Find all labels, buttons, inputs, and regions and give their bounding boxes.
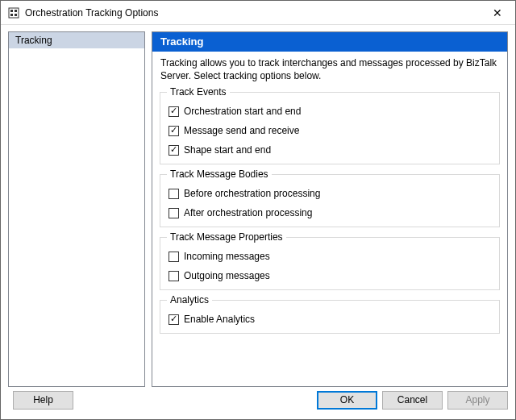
group-legend: Analytics: [167, 294, 212, 306]
button-label: Help: [33, 394, 53, 405]
checkbox-outgoing-messages[interactable]: Outgoing messages: [169, 270, 491, 281]
checkbox-label: Before orchestration processing: [184, 188, 320, 199]
svg-rect-1: [10, 10, 13, 12]
nav-item-label: Tracking: [15, 35, 52, 46]
content-panel: Tracking Tracking allows you to track in…: [152, 31, 508, 387]
svg-rect-3: [10, 14, 13, 16]
group-track-message-bodies: Track Message Bodies Before orchestratio…: [160, 174, 500, 227]
checkbox-label: After orchestration processing: [184, 207, 312, 218]
svg-rect-0: [9, 8, 19, 18]
content-header: Tracking: [152, 32, 507, 52]
checkbox-label: Outgoing messages: [184, 270, 270, 281]
checkbox-icon: [169, 252, 179, 262]
checkbox-before-orch-processing[interactable]: Before orchestration processing: [169, 188, 491, 199]
svg-rect-2: [15, 10, 17, 12]
close-icon: ✕: [493, 6, 502, 19]
button-label: Cancel: [397, 394, 427, 405]
checkbox-label: Orchestration start and end: [184, 106, 301, 117]
checkbox-icon: [169, 208, 179, 218]
group-track-message-properties: Track Message Properties Incoming messag…: [160, 237, 500, 290]
checkbox-label: Message send and receive: [184, 125, 299, 136]
dialog-body: Tracking Tracking Tracking allows you to…: [1, 25, 515, 387]
titlebar: Orchestration Tracking Options ✕: [1, 1, 515, 25]
group-analytics: Analytics Enable Analytics: [160, 300, 500, 334]
svg-rect-4: [15, 14, 17, 16]
app-icon: [7, 6, 20, 19]
checkbox-orchestration-start-end[interactable]: Orchestration start and end: [169, 106, 491, 117]
button-label: Apply: [465, 394, 489, 405]
ok-button[interactable]: OK: [317, 391, 377, 410]
window-title: Orchestration Tracking Options: [25, 7, 479, 19]
group-legend: Track Message Bodies: [167, 168, 272, 180]
close-button[interactable]: ✕: [479, 1, 515, 25]
apply-button[interactable]: Apply: [447, 391, 508, 410]
nav-panel: Tracking: [8, 31, 145, 387]
checkbox-label: Incoming messages: [184, 251, 270, 262]
checkbox-label: Enable Analytics: [184, 314, 255, 325]
button-label: OK: [340, 394, 354, 405]
checkbox-icon: [169, 271, 179, 281]
checkbox-icon: [169, 189, 179, 199]
group-legend: Track Events: [167, 86, 230, 98]
checkbox-icon: [169, 126, 179, 136]
checkbox-label: Shape start and end: [184, 144, 271, 156]
cancel-button[interactable]: Cancel: [382, 391, 443, 410]
help-button[interactable]: Help: [13, 391, 73, 410]
checkbox-shape-start-end[interactable]: Shape start and end: [169, 144, 491, 156]
group-track-events: Track Events Orchestration start and end…: [160, 92, 500, 164]
button-bar: Help OK Cancel Apply: [1, 387, 515, 419]
checkbox-after-orch-processing[interactable]: After orchestration processing: [169, 207, 491, 218]
checkbox-icon: [169, 145, 179, 156]
nav-item-tracking[interactable]: Tracking: [9, 32, 144, 49]
checkbox-icon: [169, 314, 179, 325]
checkbox-message-send-receive[interactable]: Message send and receive: [169, 125, 491, 136]
content-description: Tracking allows you to track interchange…: [152, 52, 507, 90]
group-legend: Track Message Properties: [167, 231, 286, 243]
checkbox-enable-analytics[interactable]: Enable Analytics: [169, 314, 491, 325]
checkbox-icon: [169, 106, 179, 117]
checkbox-incoming-messages[interactable]: Incoming messages: [169, 251, 491, 262]
